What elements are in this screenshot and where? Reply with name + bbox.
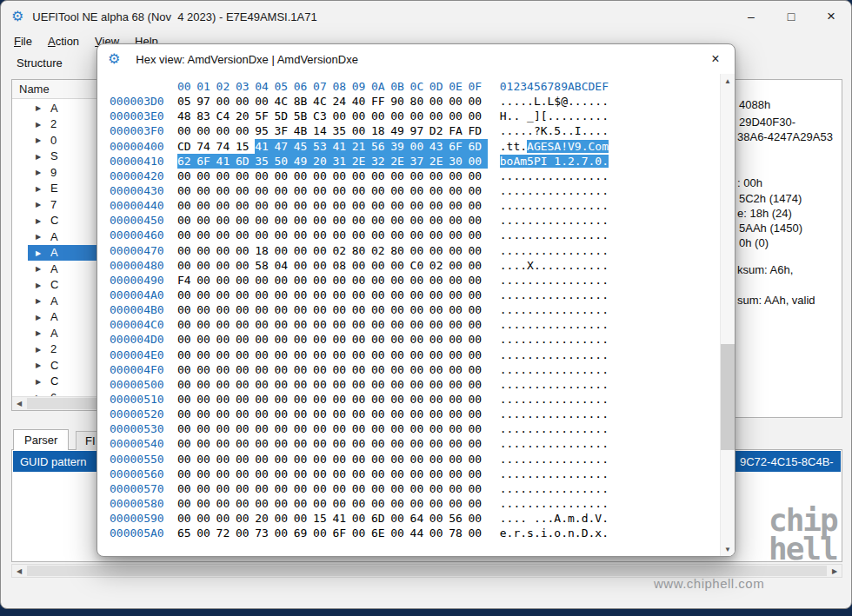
hex-byte[interactable]: 50: [274, 154, 293, 169]
hex-byte[interactable]: 00: [196, 377, 216, 392]
hex-byte[interactable]: 00: [236, 169, 255, 183]
maximize-button[interactable]: □: [771, 1, 811, 32]
hex-byte[interactable]: 48: [177, 109, 196, 123]
hex-byte[interactable]: 00: [410, 421, 429, 436]
hex-byte[interactable]: 00: [468, 348, 487, 362]
hex-byte[interactable]: 00: [352, 377, 371, 392]
hex-byte[interactable]: 00: [371, 169, 390, 183]
hex-byte[interactable]: 00: [429, 348, 449, 362]
hex-byte[interactable]: 00: [390, 109, 409, 123]
hex-byte[interactable]: 00: [294, 317, 313, 332]
hex-byte[interactable]: 00: [449, 377, 468, 392]
hex-byte[interactable]: 00: [390, 407, 409, 421]
hex-byte[interactable]: 90: [390, 94, 409, 109]
hex-byte[interactable]: 00: [410, 332, 429, 347]
hex-byte[interactable]: 00: [255, 94, 274, 109]
hex-byte[interactable]: 00: [294, 348, 313, 362]
hex-byte[interactable]: 00: [255, 377, 274, 392]
hex-byte[interactable]: 00: [390, 228, 409, 242]
hex-byte[interactable]: 00: [429, 511, 449, 526]
hex-byte[interactable]: 00: [410, 481, 429, 496]
hex-byte[interactable]: 00: [196, 169, 216, 183]
hex-byte[interactable]: 00: [255, 452, 274, 467]
hex-byte[interactable]: 00: [352, 526, 371, 540]
hex-byte[interactable]: 00: [371, 392, 390, 407]
hex-byte[interactable]: 00: [468, 198, 487, 213]
hex-byte[interactable]: 00: [371, 467, 390, 481]
hex-byte[interactable]: 00: [332, 288, 351, 302]
hex-ascii-column[interactable]: ................: [500, 436, 609, 451]
messages-horizontal-scrollbar[interactable]: ◀ ▶: [11, 564, 842, 578]
hex-byte[interactable]: 00: [429, 109, 449, 123]
hex-byte[interactable]: 00: [236, 213, 255, 228]
hex-byte[interactable]: 00: [196, 467, 216, 481]
scroll-left-icon[interactable]: ◀: [12, 565, 26, 577]
hex-byte[interactable]: 00: [352, 183, 371, 198]
hex-byte[interactable]: 00: [371, 317, 390, 332]
expand-arrow-icon[interactable]: ▶: [36, 233, 41, 241]
hex-byte[interactable]: 00: [313, 258, 332, 273]
hex-byte[interactable]: 47: [274, 139, 293, 154]
expand-arrow-icon[interactable]: ▶: [36, 297, 41, 305]
hex-byte[interactable]: 80: [352, 243, 371, 258]
hex-byte[interactable]: 00: [294, 332, 313, 347]
hex-byte[interactable]: 00: [429, 526, 449, 540]
hex-byte[interactable]: 00: [294, 198, 313, 213]
hex-byte[interactable]: 6D: [468, 139, 487, 154]
hex-byte[interactable]: 00: [274, 511, 293, 526]
hex-byte[interactable]: 00: [177, 228, 196, 242]
hex-byte[interactable]: 00: [313, 526, 332, 540]
hex-byte[interactable]: 6F: [449, 139, 468, 154]
hex-byte[interactable]: 00: [216, 467, 236, 481]
hex-byte[interactable]: 00: [332, 317, 351, 332]
hex-byte[interactable]: 00: [429, 496, 449, 511]
hex-byte[interactable]: 00: [236, 362, 255, 377]
hex-byte[interactable]: 00: [468, 302, 487, 317]
hex-byte[interactable]: 00: [196, 228, 216, 242]
hex-byte[interactable]: 00: [196, 258, 216, 273]
hex-byte[interactable]: 00: [332, 496, 351, 511]
hex-byte[interactable]: 00: [255, 317, 274, 332]
hex-byte[interactable]: 00: [313, 183, 332, 198]
hex-ascii-column[interactable]: 0123456789ABCDEF: [500, 79, 609, 94]
hex-byte[interactable]: 58: [255, 258, 274, 273]
hex-byte[interactable]: 00: [468, 273, 487, 288]
hex-byte[interactable]: 00: [216, 511, 236, 526]
hex-byte[interactable]: 00: [216, 362, 236, 377]
hex-byte[interactable]: 95: [255, 123, 274, 138]
hex-byte[interactable]: 03: [236, 79, 255, 94]
hex-ascii-column[interactable]: ................: [500, 183, 609, 198]
hex-byte[interactable]: 00: [429, 436, 449, 451]
hex-byte[interactable]: 39: [390, 139, 409, 154]
hex-ascii-column[interactable]: .... ...A.m.d.V.: [500, 511, 609, 526]
hex-byte[interactable]: 00: [236, 273, 255, 288]
hex-byte[interactable]: 00: [216, 407, 236, 421]
hex-byte[interactable]: 6D: [371, 511, 390, 526]
hex-byte[interactable]: 00: [196, 511, 216, 526]
hex-byte[interactable]: 00: [429, 467, 449, 481]
hex-byte[interactable]: 00: [390, 288, 409, 302]
hex-byte[interactable]: 00: [313, 169, 332, 183]
hex-byte[interactable]: 00: [390, 436, 409, 451]
hex-byte[interactable]: 00: [449, 243, 468, 258]
hex-byte[interactable]: 00: [468, 362, 487, 377]
hex-byte[interactable]: 00: [313, 362, 332, 377]
hex-byte[interactable]: 00: [294, 183, 313, 198]
hex-byte[interactable]: 00: [332, 481, 351, 496]
hex-byte[interactable]: 00: [313, 213, 332, 228]
hex-byte[interactable]: 65: [177, 526, 196, 540]
hex-byte[interactable]: 00: [468, 377, 487, 392]
hex-byte[interactable]: 21: [352, 139, 371, 154]
hex-byte[interactable]: 00: [236, 481, 255, 496]
hex-byte[interactable]: 00: [236, 288, 255, 302]
hex-byte[interactable]: 00: [352, 481, 371, 496]
hex-byte[interactable]: 00: [196, 273, 216, 288]
hex-byte[interactable]: 02: [332, 243, 351, 258]
hex-byte[interactable]: 00: [196, 362, 216, 377]
hex-byte[interactable]: 00: [449, 94, 468, 109]
hex-byte[interactable]: 74: [216, 139, 236, 154]
expand-arrow-icon[interactable]: ▶: [36, 329, 41, 337]
hex-byte[interactable]: 6F: [332, 526, 351, 540]
hex-byte[interactable]: 00: [332, 407, 351, 421]
hex-byte[interactable]: 0D: [429, 79, 449, 94]
